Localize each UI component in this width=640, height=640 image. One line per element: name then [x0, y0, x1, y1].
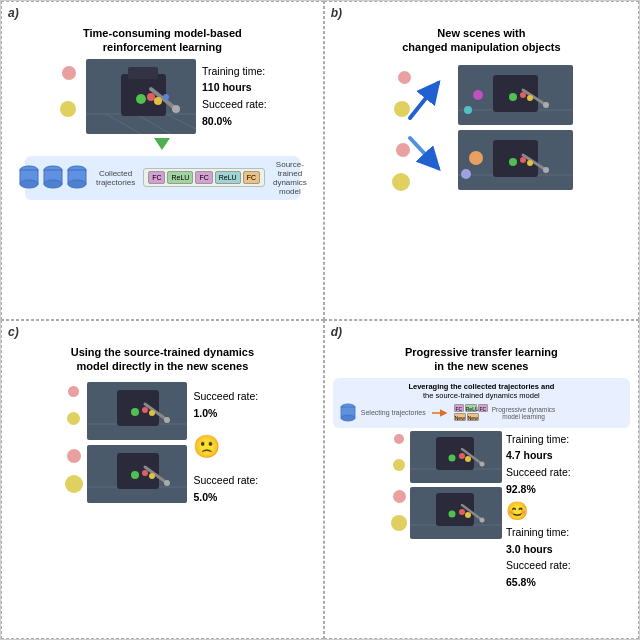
c-scenes — [66, 382, 187, 503]
svg-point-12 — [163, 94, 169, 100]
svg-point-39 — [509, 158, 517, 166]
d-inner-flow: Selecting trajectories FC ReLU FC — [339, 402, 624, 424]
model-label-a: Source-traineddynamics model — [273, 160, 307, 196]
svg-point-77 — [448, 510, 455, 517]
sad-emoji: 🙁 — [193, 434, 258, 460]
db-icon-3 — [66, 164, 88, 192]
svg-rect-26 — [493, 75, 538, 112]
svg-point-31 — [527, 95, 533, 101]
svg-point-79 — [465, 512, 471, 518]
ball-pink-a — [62, 66, 76, 80]
d-scenes — [392, 431, 502, 539]
scene-c2 — [87, 445, 187, 503]
scene-d1 — [410, 431, 502, 483]
traj-box-a: Collected trajectories FC ReLU FC ReLU F… — [25, 156, 299, 200]
svg-point-15 — [20, 180, 38, 188]
new-d2: New — [467, 413, 479, 421]
svg-point-9 — [136, 94, 146, 104]
db-icons — [18, 164, 88, 192]
ball-pink-c2 — [67, 449, 81, 463]
ball-pink-d1 — [394, 434, 404, 444]
fc1: FC — [148, 171, 165, 184]
svg-point-71 — [465, 456, 471, 462]
d-scenes-row: Training time: 4.7 hours Succeed rate: 9… — [392, 431, 571, 541]
fc-d2: FC — [478, 404, 488, 412]
arrow-down-a — [154, 138, 170, 150]
stats-d1: Training time: 4.7 hours Succeed rate: 9… — [506, 431, 571, 498]
flow-arrow-d — [430, 408, 450, 418]
svg-point-76 — [479, 517, 484, 522]
svg-point-69 — [448, 454, 455, 461]
svg-point-50 — [142, 407, 148, 413]
svg-point-62 — [341, 415, 355, 421]
cell-a: a) Time-consuming model-basedreinforceme… — [1, 1, 324, 320]
svg-rect-36 — [493, 140, 538, 177]
db-icon-1 — [18, 164, 40, 192]
succeed-rate-label-a: Succeed rate: — [202, 96, 267, 113]
svg-point-59 — [149, 473, 155, 479]
relu2: ReLU — [215, 171, 241, 184]
traj-label-a: Collected trajectories — [96, 169, 135, 187]
svg-point-28 — [543, 102, 549, 108]
title-b: New scenes withchanged manipulation obje… — [402, 12, 560, 55]
ball-yellow-d1 — [393, 459, 405, 471]
fc-block-a: FC ReLU FC ReLU FC — [143, 168, 265, 187]
scene-a — [86, 59, 196, 134]
svg-point-40 — [520, 157, 526, 163]
title-d: Progressive transfer learningin the new … — [405, 331, 558, 374]
svg-point-11 — [154, 97, 162, 105]
blue-arrows-svg — [390, 63, 450, 193]
scene-b1 — [458, 65, 573, 125]
fc-d1: FC — [454, 404, 464, 412]
svg-point-8 — [172, 105, 180, 113]
b-arrows-area — [390, 63, 450, 193]
svg-point-10 — [147, 93, 155, 101]
relu-d1: ReLU — [465, 404, 477, 412]
relu1: ReLU — [167, 171, 193, 184]
stats-c1: Succeed rate: 1.0% — [193, 388, 258, 422]
label-a: a) — [8, 6, 19, 20]
svg-point-42 — [469, 151, 483, 165]
ball-yellow-a — [60, 101, 76, 117]
ball-pink-c1 — [68, 386, 79, 397]
svg-point-68 — [479, 461, 484, 466]
svg-line-23 — [410, 138, 438, 168]
d-stats: Training time: 4.7 hours Succeed rate: 9… — [506, 431, 571, 541]
svg-point-21 — [68, 180, 86, 188]
happy-emoji-d1: 😊 — [506, 500, 571, 522]
d-top-line2: the source-trained dynamics model — [339, 391, 624, 400]
svg-rect-6 — [128, 67, 158, 79]
fc-blocks-d: FC ReLU FC New New — [454, 404, 488, 421]
main-grid: a) Time-consuming model-basedreinforceme… — [0, 0, 640, 640]
scene-d2 — [410, 487, 502, 539]
svg-point-32 — [473, 90, 483, 100]
svg-point-33 — [464, 106, 472, 114]
b-scenes — [458, 65, 573, 190]
succeed-rate-value-a: 80.0% — [202, 115, 232, 127]
svg-point-58 — [142, 470, 148, 476]
title-c: Using the source-trained dynamicsmodel d… — [71, 331, 254, 374]
cell-b: b) New scenes withchanged manipulation o… — [324, 1, 639, 320]
svg-point-57 — [131, 471, 139, 479]
db-icon-d — [339, 402, 357, 424]
svg-point-41 — [527, 160, 533, 166]
svg-point-29 — [509, 93, 517, 101]
svg-point-56 — [164, 480, 170, 486]
svg-point-51 — [149, 410, 155, 416]
c-content: Succeed rate: 1.0% 🙁 Succeed rate: 5.0% — [66, 382, 258, 512]
svg-point-43 — [461, 169, 471, 179]
stats-c2: Succeed rate: 5.0% — [193, 472, 258, 506]
db-icon-2 — [42, 164, 64, 192]
prog-label-d: Progressive dynamicsmodel learning — [492, 406, 556, 420]
svg-line-22 — [410, 83, 438, 118]
label-d: d) — [331, 325, 342, 339]
b-content — [390, 63, 573, 193]
ball-yellow-c2 — [65, 475, 83, 493]
svg-point-18 — [44, 180, 62, 188]
c-stats: Succeed rate: 1.0% 🙁 Succeed rate: 5.0% — [193, 382, 258, 512]
scene-b2 — [458, 130, 573, 190]
svg-point-38 — [543, 167, 549, 173]
ball-pink-d2 — [393, 490, 406, 503]
d-top-line1: Leveraging the collected trajectories an… — [339, 382, 624, 391]
svg-point-30 — [520, 92, 526, 98]
